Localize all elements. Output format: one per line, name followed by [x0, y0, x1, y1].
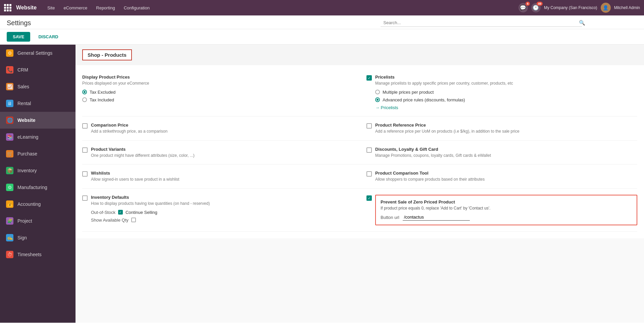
- search-input[interactable]: [381, 19, 582, 27]
- sidebar-item-elearning[interactable]: 📚 eLearning: [0, 129, 76, 145]
- display-prices-label: Display Product Prices: [82, 75, 353, 80]
- pricelists-label: Pricelists: [375, 75, 637, 80]
- comparison-price-desc: Add a strikethrough price, as a comparis…: [91, 129, 353, 134]
- continue-selling-label: Continue Selling: [126, 210, 157, 215]
- inventory-defaults-checkbox[interactable]: [82, 195, 88, 201]
- product-comparison-label: Product Comparison Tool: [375, 171, 637, 176]
- sidebar-item-timesheets[interactable]: ⏱ Timesheets: [0, 246, 76, 263]
- sidebar-item-general-settings[interactable]: ⚙ General Settings: [0, 45, 76, 61]
- prevent-sale-row: ✓ Prevent Sale of Zero Priced Product If…: [366, 195, 637, 225]
- timesheets-icon: ⏱: [6, 251, 13, 258]
- username[interactable]: Mitchell Admin: [614, 5, 640, 10]
- rental-icon: 🖥: [6, 100, 13, 107]
- company-name[interactable]: My Company (San Francisco): [544, 5, 597, 10]
- product-variants-row: Product Variants One product might have …: [82, 147, 353, 158]
- discounts-content: Discounts, Loyalty & Gift Card Manage Pr…: [375, 147, 637, 158]
- product-reference-price-row: Product Reference Price Add a reference …: [366, 123, 637, 134]
- setting-comparison-price: Comparison Price Add a strikethrough pri…: [82, 117, 360, 141]
- out-of-stock-row: Out-of-Stock ✓ Continue Selling: [91, 210, 353, 215]
- product-comparison-desc: Allow shoppers to compare products based…: [375, 177, 637, 182]
- discard-button[interactable]: DISCARD: [34, 32, 63, 42]
- discounts-desc: Manage Promotions, coupons, loyalty card…: [375, 153, 637, 158]
- show-available-qty-label: Show Available Qty: [91, 218, 129, 223]
- continue-selling-checkbox[interactable]: ✓: [118, 210, 123, 215]
- product-comparison-checkbox[interactable]: [366, 171, 372, 177]
- setting-prevent-sale: ✓ Prevent Sale of Zero Priced Product If…: [360, 189, 637, 232]
- sidebar-item-manufacturing[interactable]: ⚙ Manufacturing: [0, 179, 76, 196]
- prevent-sale-title: Prevent Sale of Zero Priced Product: [381, 199, 632, 204]
- display-prices-content: Display Product Prices Prices displayed …: [82, 75, 353, 105]
- crm-icon: 📞: [6, 66, 13, 74]
- project-icon: 🧩: [6, 217, 13, 225]
- button-url-input[interactable]: [403, 214, 470, 221]
- wishlists-checkbox[interactable]: [82, 171, 88, 177]
- page-title: Settings: [7, 19, 319, 27]
- sidebar-item-rental[interactable]: 🖥 Rental: [0, 95, 76, 112]
- radio-multiple-prices[interactable]: Multiple prices per product: [375, 90, 637, 95]
- prevent-sale-checkbox[interactable]: ✓: [366, 195, 372, 201]
- discounts-label: Discounts, Loyalty & Gift Card: [375, 147, 637, 152]
- product-reference-price-checkbox[interactable]: [366, 123, 372, 129]
- pricelists-checkbox[interactable]: ✓: [366, 75, 372, 81]
- pricelists-content: Pricelists Manage pricelists to apply sp…: [375, 75, 637, 110]
- nav-reporting[interactable]: Reporting: [93, 4, 118, 12]
- sidebar-label-rental: Rental: [17, 101, 31, 106]
- activity-icon-badge[interactable]: 🕐 49: [531, 3, 541, 12]
- settings-header: Settings 🔍: [0, 15, 644, 29]
- radio-tax-included[interactable]: Tax Included: [82, 97, 353, 102]
- discounts-checkbox[interactable]: [366, 147, 372, 153]
- radio-tax-included-circle: [82, 97, 87, 102]
- wishlists-desc: Allow signed-in users to save product in…: [91, 177, 353, 182]
- comparison-price-checkbox[interactable]: [82, 123, 88, 129]
- app-name[interactable]: Website: [16, 5, 37, 11]
- top-navigation: Website Site eCommerce Reporting Configu…: [0, 0, 644, 15]
- nav-ecommerce[interactable]: eCommerce: [60, 4, 91, 12]
- out-of-stock-label: Out-of-Stock: [91, 210, 115, 215]
- prevent-sale-desc: If product price equals 0, replace 'Add …: [381, 206, 632, 211]
- elearning-icon: 📚: [6, 133, 13, 141]
- radio-tax-included-label: Tax Included: [90, 97, 114, 102]
- settings-content: Shop - Products Display Product Prices P…: [76, 45, 644, 238]
- pricelists-link[interactable]: → Pricelists: [375, 105, 637, 110]
- sidebar-item-inventory[interactable]: 📦 Inventory: [0, 162, 76, 179]
- sign-icon: ✍: [6, 234, 13, 241]
- sidebar-label-sales: Sales: [17, 84, 29, 89]
- sales-icon: 📈: [6, 83, 13, 90]
- product-comparison-content: Product Comparison Tool Allow shoppers t…: [375, 171, 637, 182]
- pricelists-desc: Manage pricelists to apply specific pric…: [375, 81, 637, 86]
- section-header: Shop - Products: [76, 45, 644, 65]
- website-icon: 🌐: [6, 117, 13, 124]
- radio-advanced-rules[interactable]: Advanced price rules (discounts, formula…: [375, 97, 637, 102]
- main-layout: ⚙ General Settings 📞 CRM 📈 Sales 🖥 Renta…: [0, 45, 644, 323]
- setting-product-comparison: Product Comparison Tool Allow shoppers t…: [360, 165, 637, 189]
- sidebar-item-sign[interactable]: ✍ Sign: [0, 229, 76, 246]
- sidebar-item-purchase[interactable]: 🛒 Purchase: [0, 145, 76, 162]
- sidebar-item-project[interactable]: 🧩 Project: [0, 213, 76, 229]
- sidebar-label-timesheets: Timesheets: [17, 252, 42, 257]
- product-variants-checkbox[interactable]: [82, 147, 88, 153]
- show-available-qty-checkbox[interactable]: [131, 218, 136, 222]
- product-variants-content: Product Variants One product might have …: [91, 147, 353, 158]
- user-avatar[interactable]: 👤: [601, 3, 611, 13]
- radio-advanced-rules-circle: [375, 97, 380, 102]
- radio-tax-excluded[interactable]: Tax Excluded: [82, 90, 353, 95]
- sidebar-item-crm[interactable]: 📞 CRM: [0, 61, 76, 78]
- inventory-sub-options: Out-of-Stock ✓ Continue Selling Show Ava…: [91, 210, 353, 223]
- product-variants-label: Product Variants: [91, 147, 353, 152]
- radio-tax-excluded-circle: [82, 90, 87, 94]
- show-available-qty-row: Show Available Qty: [91, 218, 353, 223]
- save-button[interactable]: SAVE: [7, 32, 30, 42]
- app-grid-icon[interactable]: [4, 4, 11, 11]
- button-url-label: Button url: [381, 215, 399, 220]
- sidebar-item-sales[interactable]: 📈 Sales: [0, 78, 76, 95]
- nav-configuration[interactable]: Configuration: [120, 4, 153, 12]
- sidebar-item-website[interactable]: 🌐 Website: [0, 112, 76, 129]
- sidebar-item-accounting[interactable]: 💰 Accounting: [0, 196, 76, 213]
- setting-display-prices: Display Product Prices Prices displayed …: [82, 68, 360, 117]
- chat-icon-badge[interactable]: 💬 6: [518, 3, 528, 12]
- nav-site[interactable]: Site: [44, 4, 58, 12]
- inventory-defaults-label: Inventory Defaults: [91, 195, 353, 200]
- sidebar-label-elearning: eLearning: [17, 134, 38, 140]
- product-variants-desc: One product might have different attribu…: [91, 153, 353, 158]
- sidebar: ⚙ General Settings 📞 CRM 📈 Sales 🖥 Renta…: [0, 45, 76, 323]
